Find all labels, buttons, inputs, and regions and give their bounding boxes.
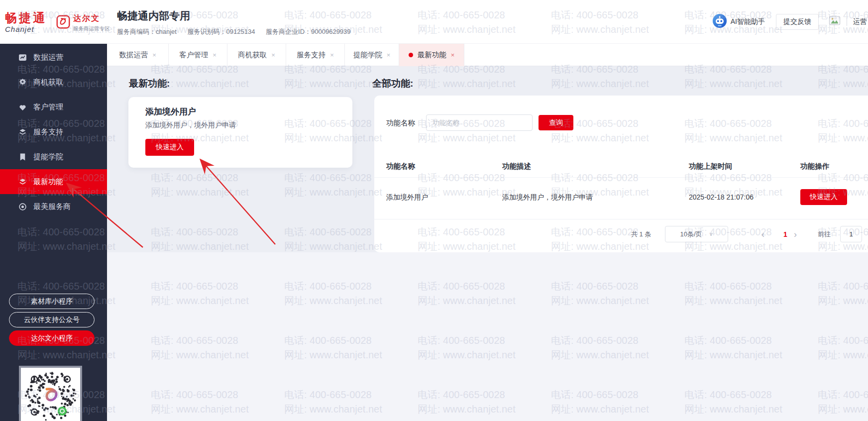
sidebar-item-customers[interactable]: 客户管理 [0, 95, 107, 119]
column-header-desc: 功能描述 [502, 155, 531, 177]
partner-name: 达尔文 [73, 13, 110, 24]
page-size-value: 10条/页 [680, 230, 702, 239]
active-tab-dot [409, 53, 413, 57]
current-page[interactable]: 1 [783, 226, 787, 243]
new-features-icon [18, 178, 27, 186]
query-button[interactable]: 查询 [539, 115, 573, 130]
feedback-button[interactable]: 提交反馈 [776, 14, 819, 30]
enterprise-id: 服务商企业ID：90009629939 [266, 28, 351, 35]
tab-label: 客户管理 [179, 50, 208, 60]
goto-label: 前往 [818, 226, 831, 243]
sidebar-item-label: 最美服务商 [33, 202, 71, 211]
tab-customers[interactable]: 客户管理 × [169, 44, 227, 66]
tabbar: 数据运营 × 客户管理 × 商机获取 × 服务支持 × 提能学院 × 最新功能 … [107, 44, 868, 66]
darwin-miniapp-button[interactable]: 达尔文小程序 [9, 330, 95, 346]
all-features-panel: 功能名称 查询 功能名称 功能描述 功能上架时间 功能操作 添加境外用户 添加境… [374, 96, 868, 252]
sidebar-item-new-features[interactable]: 最新功能 [0, 169, 107, 194]
next-page-button[interactable]: › [794, 226, 797, 243]
material-library-button[interactable]: 素材库小程序 [9, 294, 95, 309]
sidebar-item-label: 数据运营 [33, 53, 63, 62]
layers-icon [18, 128, 27, 136]
tab-close-icon[interactable]: × [213, 51, 217, 59]
tab-label: 提能学院 [353, 50, 382, 60]
tab-close-icon[interactable]: × [330, 51, 334, 59]
logo: 畅捷通 Chanjet 达尔文 服务商运营专区 [5, 12, 110, 33]
book-icon [18, 153, 27, 161]
page-title: 畅捷通内部专用 [117, 9, 360, 23]
cell-feature-name: 添加境外用户 [386, 175, 428, 219]
cloud-partner-button[interactable]: 云伙伴支持公众号 [9, 312, 95, 327]
tab-label: 数据运营 [119, 50, 148, 60]
chevron-down-icon: ∨ [709, 231, 713, 237]
page-size-select[interactable]: 10条/页 ∨ [665, 226, 728, 242]
header: 畅捷通 Chanjet 达尔文 服务商运营专区 畅捷通内部专用 服务商编码：ch… [0, 0, 868, 44]
table-divider [374, 219, 868, 219]
sidebar-item-label: 提能学院 [33, 152, 63, 162]
tab-label: 商机获取 [238, 50, 267, 60]
target-icon [18, 203, 27, 211]
service-id: 服务识别码：09125134 [188, 28, 255, 35]
quick-enter-button[interactable]: 快速进入 [145, 139, 194, 156]
all-features-heading: 全部功能: [372, 77, 413, 90]
logo-divider [51, 13, 51, 33]
tab-close-icon[interactable]: × [451, 51, 455, 59]
sidebar-item-leads[interactable]: 商机获取 [0, 70, 107, 95]
tab-close-icon[interactable]: × [387, 51, 391, 59]
cell-feature-desc: 添加境外用户，境外用户申请 [502, 175, 593, 219]
sidebar-item-support[interactable]: 服务支持 [0, 119, 107, 144]
tab-close-icon[interactable]: × [152, 51, 156, 59]
brand-logo-en: Chanjet [5, 25, 47, 33]
row-quick-enter-button[interactable]: 快速进入 [800, 189, 847, 205]
tab-academy[interactable]: 提能学院 × [345, 44, 399, 66]
ai-assistant-button[interactable]: AI智能助手 [712, 13, 765, 30]
tab-leads[interactable]: 商机获取 × [227, 44, 286, 66]
main-content: 最新功能: 添加境外用户 添加境外用户，境外用户申请 快速进入 全部功能: 功能… [107, 66, 868, 421]
sidebar-item-label: 商机获取 [33, 78, 63, 87]
ai-assistant-label: AI智能助手 [731, 17, 765, 26]
badge-icon [18, 78, 27, 87]
provider-code: 服务商编码：chanjet [117, 28, 177, 35]
heart-icon [18, 103, 27, 111]
robot-icon [712, 13, 727, 30]
broken-image-icon [829, 16, 841, 28]
latest-feature-card: 添加境外用户 添加境外用户，境外用户申请 快速进入 [128, 97, 352, 168]
column-header-time: 功能上架时间 [689, 155, 732, 177]
tab-support[interactable]: 服务支持 × [286, 44, 345, 66]
sidebar-item-data-ops[interactable]: 数据运营 [0, 45, 107, 70]
page: 畅捷通 Chanjet 达尔文 服务商运营专区 畅捷通内部专用 服务商编码：ch… [0, 0, 868, 421]
feature-name-input[interactable] [426, 114, 533, 131]
role-menu[interactable]: 运营 [853, 17, 868, 26]
sidebar-item-label: 服务支持 [33, 127, 63, 137]
prev-page-button[interactable]: ‹ [761, 226, 764, 243]
sidebar-item-label: 客户管理 [33, 103, 63, 112]
tab-label: 最新功能 [418, 50, 446, 60]
tab-new-features[interactable]: 最新功能 × [399, 44, 464, 66]
pagination-total: 共 1 条 [631, 226, 651, 243]
latest-features-heading: 最新功能: [129, 77, 170, 90]
sidebar: 数据运营 商机获取 客户管理 服务支持 提能学院 最新功能 最美服务商 素材库小… [0, 44, 107, 421]
header-divider [847, 18, 847, 26]
sidebar-item-academy[interactable]: 提能学院 [0, 144, 107, 169]
tab-label: 服务支持 [297, 50, 326, 60]
sidebar-item-label: 最新功能 [33, 177, 63, 187]
column-header-name: 功能名称 [386, 155, 415, 177]
qr-code [19, 366, 82, 421]
search-label: 功能名称 [386, 118, 415, 128]
tab-close-icon[interactable]: × [271, 51, 275, 59]
table-divider [374, 177, 868, 178]
cell-feature-time: 2025-02-18 21:07:06 [689, 175, 754, 219]
brand-logo-cn: 畅捷通 [5, 12, 47, 24]
partner-subtitle: 服务商运营专区 [73, 25, 110, 32]
feature-card-desc: 添加境外用户，境外用户申请 [145, 121, 236, 130]
column-header-action: 功能操作 [800, 155, 829, 177]
sidebar-item-best-providers[interactable]: 最美服务商 [0, 194, 107, 219]
feature-card-title: 添加境外用户 [145, 106, 196, 117]
goto-page-input[interactable] [840, 226, 862, 242]
chart-icon [18, 53, 27, 62]
darwin-logo-icon [56, 15, 70, 31]
provider-meta: 服务商编码：chanjet 服务识别码：09125134 服务商企业ID：900… [117, 27, 360, 36]
tab-data-ops[interactable]: 数据运营 × [107, 44, 169, 66]
